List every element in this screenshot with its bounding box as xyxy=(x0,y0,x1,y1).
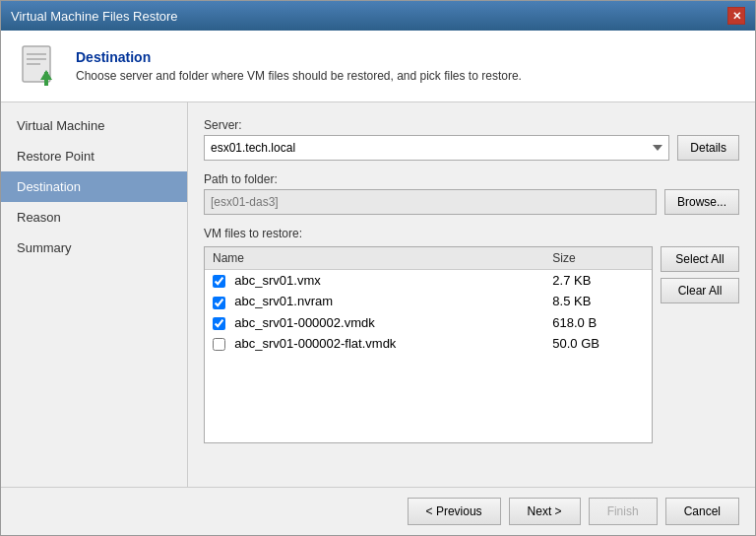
server-label: Server: xyxy=(204,118,739,132)
title-bar: Virtual Machine Files Restore ✕ xyxy=(1,1,755,31)
file-checkbox-2[interactable] xyxy=(213,317,225,330)
file-name-cell: abc_srv01-000002-flat.vmdk xyxy=(205,333,544,354)
header-text: Destination Choose server and folder whe… xyxy=(76,49,522,83)
sidebar-item-reason[interactable]: Reason xyxy=(1,202,187,233)
table-row: abc_srv01.vmx 2.7 KB xyxy=(205,270,652,292)
window-title: Virtual Machine Files Restore xyxy=(11,9,178,24)
svg-rect-5 xyxy=(44,72,48,86)
file-name-cell: abc_srv01.nvram xyxy=(205,291,544,311)
vm-files-actions: Select All Clear All xyxy=(661,246,739,443)
col-name: Name xyxy=(205,247,544,270)
content-area: Virtual Machine Restore Point Destinatio… xyxy=(1,102,755,487)
sidebar-item-restore-point[interactable]: Restore Point xyxy=(1,141,187,171)
table-row: abc_srv01-000002.vmdk 618.0 B xyxy=(205,312,652,333)
previous-button[interactable]: < Previous xyxy=(408,498,501,525)
browse-button[interactable]: Browse... xyxy=(664,189,739,215)
footer: < Previous Next > Finish Cancel xyxy=(1,487,755,535)
header-description: Choose server and folder where VM files … xyxy=(76,69,522,83)
file-size-cell: 50.0 GB xyxy=(544,333,652,354)
sidebar: Virtual Machine Restore Point Destinatio… xyxy=(1,102,188,487)
vm-files-label: VM files to restore: xyxy=(204,227,739,240)
main-window: Virtual Machine Files Restore ✕ Destinat… xyxy=(0,0,756,536)
header-title: Destination xyxy=(76,49,522,65)
file-size: 8.5 KB xyxy=(552,294,591,308)
vm-files-container: Name Size abc_srv01.vmx 2.7 KB abc_srv01… xyxy=(204,246,739,443)
file-size: 2.7 KB xyxy=(552,273,591,288)
file-size: 618.0 B xyxy=(552,315,597,330)
file-size-cell: 8.5 KB xyxy=(544,291,652,311)
file-name: abc_srv01-000002-flat.vmdk xyxy=(234,336,396,351)
file-checkbox-0[interactable] xyxy=(213,275,225,288)
path-group: Path to folder: Browse... xyxy=(204,172,739,215)
file-checkbox-1[interactable] xyxy=(213,297,225,309)
server-row: esx01.tech.local Details xyxy=(204,135,739,161)
file-name-cell: abc_srv01-000002.vmdk xyxy=(205,312,544,333)
main-content: Server: esx01.tech.local Details Path to… xyxy=(188,102,755,487)
file-name: abc_srv01.vmx xyxy=(234,273,320,288)
file-size-cell: 2.7 KB xyxy=(544,270,652,292)
table-row: abc_srv01.nvram 8.5 KB xyxy=(205,291,652,311)
file-name: abc_srv01-000002.vmdk xyxy=(234,315,374,330)
table-row: abc_srv01-000002-flat.vmdk 50.0 GB xyxy=(205,333,652,354)
close-button[interactable]: ✕ xyxy=(727,7,745,25)
path-label: Path to folder: xyxy=(204,172,739,186)
server-select[interactable]: esx01.tech.local xyxy=(204,135,669,161)
sidebar-item-destination[interactable]: Destination xyxy=(1,171,187,202)
vm-files-section: VM files to restore: Name Size xyxy=(204,227,739,443)
path-row: Browse... xyxy=(204,189,739,215)
sidebar-item-virtual-machine[interactable]: Virtual Machine xyxy=(1,110,187,141)
sidebar-item-summary[interactable]: Summary xyxy=(1,233,187,263)
server-group: Server: esx01.tech.local Details xyxy=(204,118,739,161)
select-all-button[interactable]: Select All xyxy=(661,246,739,272)
finish-button[interactable]: Finish xyxy=(589,498,658,525)
file-name: abc_srv01.nvram xyxy=(234,294,333,308)
vm-files-table-wrapper: Name Size abc_srv01.vmx 2.7 KB abc_srv01… xyxy=(204,246,653,443)
details-button[interactable]: Details xyxy=(677,135,739,161)
file-checkbox-3[interactable] xyxy=(213,338,225,351)
vm-files-table: Name Size abc_srv01.vmx 2.7 KB abc_srv01… xyxy=(205,247,652,354)
destination-icon xyxy=(17,42,64,90)
header-section: Destination Choose server and folder whe… xyxy=(1,31,755,102)
path-input[interactable] xyxy=(204,189,657,215)
col-size: Size xyxy=(544,247,652,270)
file-size: 50.0 GB xyxy=(552,336,599,351)
file-name-cell: abc_srv01.vmx xyxy=(205,270,544,292)
file-size-cell: 618.0 B xyxy=(544,312,652,333)
clear-all-button[interactable]: Clear All xyxy=(661,278,739,303)
next-button[interactable]: Next > xyxy=(509,498,581,525)
cancel-button[interactable]: Cancel xyxy=(665,498,739,525)
